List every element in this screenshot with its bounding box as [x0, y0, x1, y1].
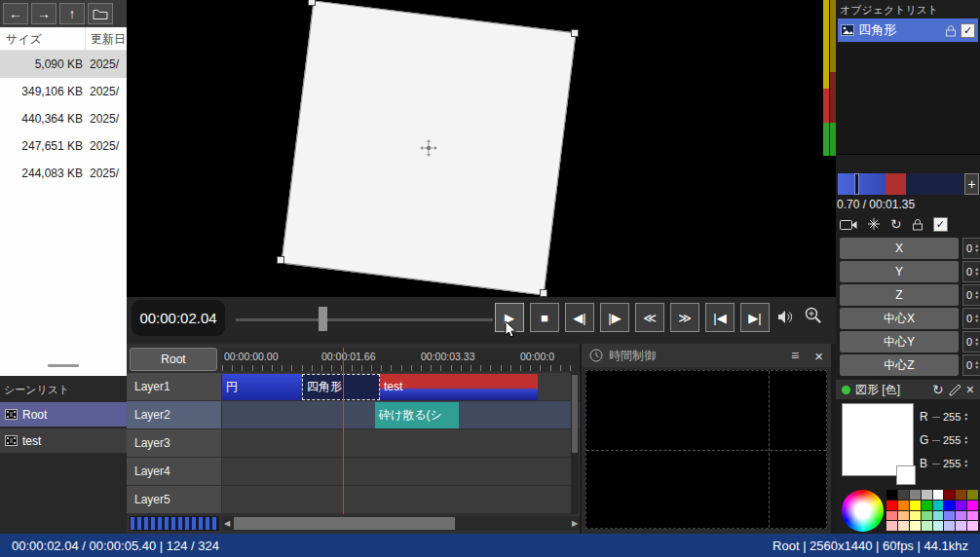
go-to-start-button[interactable]: |◀ — [705, 303, 735, 332]
palette-swatch[interactable] — [944, 521, 955, 531]
enable-checkbox[interactable]: ✓ — [933, 217, 948, 232]
palette-swatch[interactable] — [922, 501, 932, 510]
scene-item-test[interactable]: test — [0, 428, 127, 453]
volume-icon[interactable] — [777, 310, 796, 324]
param-button-x[interactable]: X — [840, 238, 959, 259]
param-button-y[interactable]: Y — [840, 261, 959, 282]
loop-icon[interactable]: ↻ — [890, 217, 902, 231]
param-button-center-z[interactable]: 中心Z — [840, 354, 959, 376]
clip-shatter-effect[interactable]: 砕け散る(シ — [375, 402, 459, 428]
palette-swatch[interactable] — [898, 501, 909, 510]
refresh-icon[interactable]: ↻ — [932, 383, 944, 396]
palette-swatch[interactable] — [944, 501, 955, 510]
palette-swatch[interactable] — [967, 511, 978, 521]
rewind-button[interactable]: ≪ — [635, 303, 664, 332]
trackbar-thumb[interactable] — [854, 173, 859, 195]
layer-track-4[interactable] — [222, 458, 580, 486]
palette-swatch[interactable] — [944, 490, 955, 500]
resize-handle-bl[interactable] — [277, 256, 284, 264]
lock-icon[interactable] — [912, 218, 923, 231]
palette-swatch[interactable] — [956, 521, 966, 531]
color-swatch-secondary[interactable] — [896, 465, 916, 485]
param-value-center-z[interactable]: 0▲▼ — [962, 354, 980, 376]
layer-track-3[interactable] — [222, 429, 580, 458]
close-icon[interactable]: × — [814, 348, 823, 364]
palette-swatch[interactable] — [933, 501, 944, 510]
zoom-in-icon[interactable] — [805, 307, 822, 324]
panel-resize-grip[interactable] — [48, 364, 79, 367]
file-row[interactable]: 440,364 KB 2025/ — [0, 105, 127, 132]
palette-swatch[interactable] — [922, 490, 932, 500]
preview-canvas[interactable] — [127, 0, 836, 297]
effect-icon[interactable] — [867, 217, 881, 231]
palette-swatch[interactable] — [956, 490, 966, 500]
palette-swatch[interactable] — [956, 511, 966, 521]
go-to-end-button[interactable]: ▶| — [740, 303, 770, 332]
channel-spinner[interactable]: ▲▼ — [963, 459, 968, 468]
palette-swatch[interactable] — [967, 490, 978, 500]
spinner-icon[interactable]: ▲▼ — [974, 314, 979, 323]
object-item-square[interactable]: 四角形 ✓ — [838, 19, 978, 42]
spinner-icon[interactable]: ▲▼ — [974, 267, 979, 277]
visibility-checkbox[interactable]: ✓ — [961, 23, 975, 38]
palette-swatch[interactable] — [910, 521, 921, 531]
timeline-vscrollbar[interactable] — [571, 373, 579, 514]
palette-swatch[interactable] — [933, 521, 944, 531]
back-button[interactable]: ← — [3, 3, 28, 24]
add-button[interactable]: + — [964, 173, 979, 195]
timeline-scene-button[interactable]: Root — [130, 348, 217, 371]
param-button-center-x[interactable]: 中心X — [840, 308, 959, 329]
resize-handle-tr[interactable] — [571, 29, 579, 37]
clip-circle[interactable]: 円 — [222, 374, 302, 400]
file-row[interactable]: 247,651 KB 2025/ — [0, 132, 127, 160]
palette-swatch[interactable] — [944, 511, 955, 521]
palette-swatch[interactable] — [886, 511, 897, 521]
palette-swatch[interactable] — [922, 511, 932, 521]
palette-swatch[interactable] — [933, 511, 944, 521]
up-button[interactable]: ↑ — [59, 3, 85, 24]
layer-label-4[interactable]: Layer4 — [127, 458, 222, 486]
stop-button[interactable]: ■ — [530, 303, 559, 332]
seek-thumb[interactable] — [319, 307, 327, 331]
object-trackbar[interactable] — [838, 173, 962, 195]
spinner-icon[interactable]: ▲▼ — [974, 290, 979, 300]
scroll-left-icon[interactable]: ◀ — [222, 516, 232, 531]
palette-swatch[interactable] — [967, 521, 978, 531]
prev-frame-button[interactable]: ◀| — [565, 303, 594, 332]
hscroll-thumb[interactable] — [234, 517, 455, 530]
palette-swatch[interactable] — [956, 501, 966, 510]
layer-label-1[interactable]: Layer1 — [127, 373, 222, 401]
menu-icon[interactable]: ≡ — [791, 348, 799, 363]
next-frame-button[interactable]: |▶ — [600, 303, 629, 332]
column-header-size[interactable]: サイズ — [0, 27, 86, 50]
palette-swatch[interactable] — [886, 501, 897, 510]
resize-handle-br[interactable] — [540, 289, 547, 297]
file-row[interactable]: 349,106 KB 2025/ — [0, 78, 127, 105]
param-value-center-x[interactable]: 0▲▼ — [962, 308, 980, 329]
layer-track-5[interactable] — [222, 486, 580, 514]
seek-bar[interactable] — [236, 318, 493, 321]
timeline-hscrollbar[interactable]: ◀ ▶ — [222, 516, 580, 531]
time-control-graph[interactable] — [585, 370, 827, 529]
folder-button[interactable] — [88, 3, 113, 24]
scroll-right-icon[interactable]: ▶ — [570, 516, 580, 531]
palette-swatch[interactable] — [886, 521, 897, 531]
palette-swatch[interactable] — [898, 511, 909, 521]
clip-test[interactable]: test — [380, 374, 538, 400]
spinner-icon[interactable]: ▲▼ — [974, 360, 979, 370]
channel-spinner[interactable]: ▲▼ — [963, 412, 968, 422]
palette-swatch[interactable] — [967, 501, 978, 510]
channel-spinner[interactable]: ▲▼ — [963, 435, 968, 445]
layer-label-5[interactable]: Layer5 — [127, 486, 222, 514]
forward-button[interactable]: → — [31, 3, 57, 24]
camera-icon[interactable] — [840, 218, 857, 231]
scene-item-root[interactable]: Root — [0, 402, 127, 427]
clip-square-selected[interactable]: 四角形 — [302, 374, 380, 400]
palette-swatch[interactable] — [898, 490, 909, 500]
color-wheel[interactable] — [842, 490, 884, 532]
palette-swatch[interactable] — [910, 490, 921, 500]
pen-icon[interactable] — [949, 384, 961, 396]
palette-swatch[interactable] — [898, 521, 909, 531]
file-row[interactable]: 244,083 KB 2025/ — [0, 160, 127, 187]
param-value-center-y[interactable]: 0▲▼ — [962, 331, 980, 353]
